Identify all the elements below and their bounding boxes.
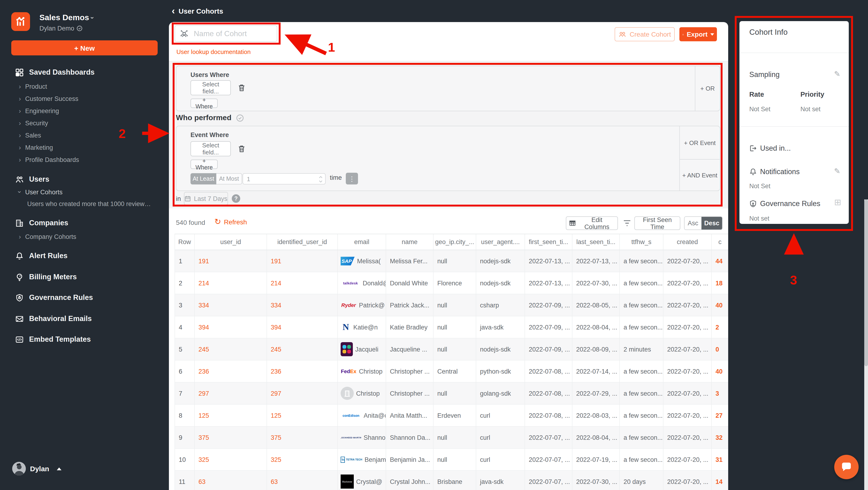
column-header-first_seen[interactable]: first_seen_ti...	[525, 234, 572, 250]
cell-user_id[interactable]: 245	[195, 338, 267, 360]
sidebar-item-engineering[interactable]: ›Engineering	[0, 105, 169, 117]
filter-icon[interactable]	[623, 220, 631, 227]
cell-identified_user_id[interactable]: 334	[267, 294, 338, 316]
edit-columns-button[interactable]: Edit Columns	[566, 216, 618, 230]
column-header-identified_user_id[interactable]: identified_user_id	[267, 234, 338, 250]
sidebar-item-customer-success[interactable]: ›Customer Success	[0, 92, 169, 105]
chat-widget-button[interactable]	[834, 455, 859, 479]
cell-user_id[interactable]: 236	[195, 361, 267, 382]
sidebar-section-companies[interactable]: Companies	[0, 217, 169, 229]
check-circle-icon[interactable]	[236, 114, 244, 122]
sidebar-item-company-cohorts[interactable]: › Company Cohorts	[0, 231, 188, 243]
column-header-extra[interactable]: c	[712, 234, 728, 250]
sidebar-section-governance-rules[interactable]: Governance Rules	[0, 292, 169, 304]
add-and-event-button[interactable]: + AND Event	[679, 159, 720, 190]
column-header-created[interactable]: created	[663, 234, 712, 250]
table-row[interactable]: 9375375LOCKHEED MARTINShannonShannon Da.…	[175, 427, 728, 449]
sidebar-item-sales[interactable]: ›Sales	[0, 129, 169, 141]
count-input[interactable]	[243, 175, 309, 183]
cell-user_id[interactable]: 191	[195, 250, 267, 272]
asc-toggle[interactable]: Asc	[685, 217, 702, 229]
cell-user_id[interactable]: 297	[195, 382, 267, 404]
cell-user_id[interactable]: 334	[195, 294, 267, 316]
add-or-button[interactable]: + OR	[695, 66, 720, 111]
new-button[interactable]: + New	[11, 40, 158, 55]
sidebar-section-behavioral-emails[interactable]: Behavioral Emails	[0, 313, 169, 325]
help-icon[interactable]: ?	[232, 194, 240, 203]
sidebar-item-user-cohorts[interactable]: › User Cohorts	[0, 186, 188, 198]
table-row[interactable]: 4394394NKatie@nKatie Bradleynulljava-sdk…	[175, 316, 728, 338]
cell-identified_user_id[interactable]: 191	[267, 250, 338, 272]
cell-user_id[interactable]: 214	[195, 272, 267, 294]
cell-identified_user_id[interactable]: 125	[267, 405, 338, 426]
at-most-toggle[interactable]: At Most	[216, 173, 242, 184]
cell-identified_user_id[interactable]: 63	[267, 471, 338, 490]
sidebar-section-billing-meters[interactable]: Billing Meters	[0, 271, 169, 283]
cell-user_id[interactable]: 325	[195, 449, 267, 470]
table-row[interactable]: 8125125conEdisonAnita@cAnita Matth...Erd…	[175, 405, 728, 427]
column-header-last_seen[interactable]: last_seen_ti...	[572, 234, 620, 250]
sidebar-section-embed-templates[interactable]: Embed Templates	[0, 333, 169, 345]
doc-link[interactable]: User lookup documentation	[177, 48, 251, 55]
cell-user_id[interactable]: 125	[195, 405, 267, 426]
user-menu[interactable]: Dylan	[12, 462, 61, 476]
table-row[interactable]: 7297297ChristopChristopher ...nullgolang…	[175, 382, 728, 405]
create-cohort-button[interactable]: Create Cohort	[615, 27, 675, 41]
workspace-project[interactable]: Dylan Demo	[39, 25, 83, 32]
kebab-menu-button[interactable]: ⋮	[346, 173, 358, 184]
table-row[interactable]: 2214214talkdeskDonald@Donald WhiteFloren…	[175, 272, 728, 294]
sidebar-item-marketing[interactable]: ›Marketing	[0, 141, 169, 153]
add-event-where-button[interactable]: + Where	[190, 160, 218, 169]
sidebar-section-alert-rules[interactable]: Alert Rules	[0, 250, 169, 262]
page-scrollbar-thumb[interactable]	[864, 200, 868, 366]
export-button[interactable]: Export	[679, 27, 717, 41]
stepper-arrows-icon[interactable]	[318, 175, 323, 184]
column-header-user_id[interactable]: user_id	[195, 234, 267, 250]
moesif-logo[interactable]	[11, 12, 30, 31]
sidebar-section-users[interactable]: Users	[0, 173, 169, 185]
desc-toggle[interactable]: Desc	[702, 217, 722, 229]
trash-icon[interactable]	[238, 84, 246, 92]
cell-identified_user_id[interactable]: 245	[267, 338, 338, 360]
table-row[interactable]: 1191191SAPMelissa(Melissa Fer...nullnode…	[175, 250, 728, 272]
cohort-name-input[interactable]	[193, 29, 270, 38]
table-row[interactable]: 3334334RyderPatrick@Patrick Jack...nullc…	[175, 294, 728, 316]
at-least-toggle[interactable]: At Least	[190, 173, 216, 184]
column-header-city[interactable]: geo_ip.city_...	[434, 234, 476, 250]
column-header-ttfhw[interactable]: ttfhw_s	[620, 234, 663, 250]
cell-identified_user_id[interactable]: 375	[267, 427, 338, 448]
sidebar-item-security[interactable]: ›Security	[0, 117, 169, 129]
table-row[interactable]: 116363BlackstoneCrystal@Crystal John...B…	[175, 471, 728, 490]
workspace-switcher[interactable]: Sales Demos ›	[39, 13, 94, 23]
table-row[interactable]: 5245245JacqueliJacqueline ...nullnodejs-…	[175, 338, 728, 361]
table-row[interactable]: 10325325TtTETRA TECHBenjaminBenjamin Ja.…	[175, 449, 728, 471]
used-in-link[interactable]: Used in...	[749, 144, 791, 153]
cell-identified_user_id[interactable]: 394	[267, 316, 338, 338]
edit-sampling-icon[interactable]: ✎	[834, 69, 840, 79]
sidebar-item-saved-cohort[interactable]: Users who created more that 1000 review…	[27, 198, 163, 210]
edit-notifications-icon[interactable]: ✎	[834, 166, 840, 176]
cell-identified_user_id[interactable]: 236	[267, 361, 338, 382]
cell-user_id[interactable]: 394	[195, 316, 267, 338]
sidebar-item-profile-dashboards[interactable]: ›Profile Dashboards	[0, 153, 169, 166]
sort-field-button[interactable]: First Seen Time	[634, 216, 680, 230]
sidebar-section-saved-dashboards[interactable]: Saved Dashboards	[0, 66, 169, 79]
cell-identified_user_id[interactable]: 325	[267, 449, 338, 470]
trash-icon[interactable]	[238, 145, 246, 153]
date-range-button[interactable]: Last 7 Days	[184, 192, 228, 205]
cell-user_id[interactable]: 63	[195, 471, 267, 490]
select-event-field-button[interactable]: Select field...	[190, 141, 231, 156]
column-header-name[interactable]: name	[386, 234, 434, 250]
back-navigation[interactable]: ‹ User Cohorts	[172, 6, 223, 16]
refresh-button[interactable]: ↻ Refresh	[214, 218, 247, 226]
column-header-agent[interactable]: user_agent....	[476, 234, 525, 250]
sidebar-item-product[interactable]: ›Product	[0, 80, 169, 92]
cell-user_id[interactable]: 375	[195, 427, 267, 448]
add-where-button[interactable]: + Where	[190, 98, 218, 108]
cell-identified_user_id[interactable]: 214	[267, 272, 338, 294]
add-governance-icon[interactable]: ⊞	[834, 197, 841, 208]
column-header-email[interactable]: email	[338, 234, 386, 250]
table-row[interactable]: 6236236FedExChristopChristopher ...Centr…	[175, 361, 728, 382]
count-stepper[interactable]	[243, 173, 326, 184]
cell-identified_user_id[interactable]: 297	[267, 382, 338, 404]
